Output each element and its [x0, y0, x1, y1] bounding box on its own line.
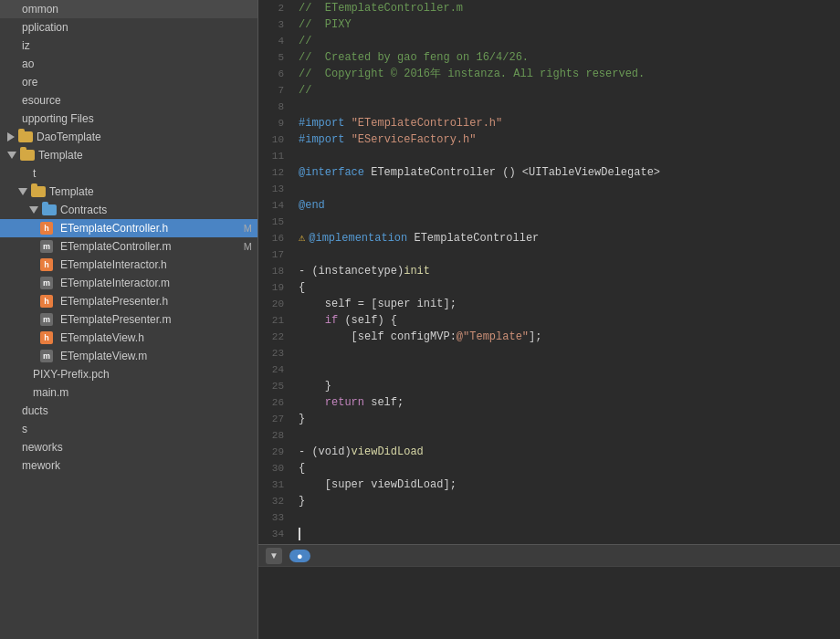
sidebar-item-daotemplate[interactable]: DaoTemplate	[0, 128, 257, 146]
sidebar-item-ducts[interactable]: ducts	[0, 402, 257, 420]
h-file-icon: h	[40, 331, 53, 344]
chevron-down-icon	[18, 188, 27, 195]
bottom-bar: ▼ ●	[258, 544, 840, 566]
sidebar-item-supporting[interactable]: upporting Files	[0, 110, 257, 128]
sidebar-item-iz[interactable]: iz	[0, 37, 257, 55]
m-file-icon: m	[40, 277, 53, 289]
folder-blue-icon	[42, 204, 57, 215]
code-line: 10 #import "EServiceFactory.h"	[258, 131, 840, 148]
m-file-icon: m	[40, 313, 53, 326]
code-line: 4 //	[258, 33, 840, 49]
code-editor[interactable]: 2 // ETemplateController.m 3 // PIXY 4 /…	[258, 0, 840, 544]
sidebar-item-neworks[interactable]: neworks	[0, 438, 257, 456]
code-line: 34	[258, 526, 840, 542]
sidebar-item-ore[interactable]: ore	[0, 73, 257, 91]
code-line: 30 {	[258, 460, 840, 477]
sidebar-item-template2[interactable]: Template	[0, 183, 257, 201]
sidebar: ommon pplication iz ao ore esource uppor…	[0, 0, 258, 639]
code-line: 28	[258, 427, 840, 444]
sidebar-item-etemplateview-m[interactable]: m ETemplateView.m	[0, 347, 257, 365]
sidebar-item-etemplateinteractor-m[interactable]: m ETemplateInteractor.m	[0, 274, 257, 292]
code-line: 7 //	[258, 82, 840, 99]
folder-icon	[31, 186, 46, 197]
code-line: 33	[258, 509, 840, 526]
code-line: 9 #import "ETemplateController.h"	[258, 115, 840, 131]
sidebar-item-template[interactable]: Template	[0, 146, 257, 164]
code-line: 18 - (instancetype)init	[258, 263, 840, 279]
code-line: 27 }	[258, 411, 840, 427]
code-line: 13	[258, 181, 840, 197]
sidebar-item-s[interactable]: s	[0, 420, 257, 438]
sidebar-item-etemplatepresenter-h[interactable]: h ETemplatePresenter.h	[0, 292, 257, 310]
sidebar-item-main-m[interactable]: main.m	[0, 383, 257, 402]
code-line: 6 // Copyright © 2016年 instanza. All rig…	[258, 66, 840, 82]
m-file-icon: m	[40, 350, 53, 362]
folder-icon	[20, 150, 35, 161]
code-line: 14 @end	[258, 197, 840, 214]
chevron-down-icon	[7, 152, 16, 159]
sidebar-item-pixy-prefix[interactable]: PIXY-Prefix.pch	[0, 365, 257, 383]
code-line: 19 {	[258, 279, 840, 296]
warning-icon: ⚠	[299, 232, 305, 245]
cursor	[299, 528, 300, 540]
code-line: 12 @interface ETemplateController () <UI…	[258, 164, 840, 181]
sidebar-item-contracts[interactable]: Contracts	[0, 201, 257, 219]
chevron-right-icon	[7, 132, 15, 141]
sidebar-item-etemplatecontroller-m[interactable]: m ETemplateController.m M	[0, 237, 257, 256]
code-line: 3 // PIXY	[258, 16, 840, 33]
code-line: 29 - (void)viewDidLoad	[258, 444, 840, 460]
sidebar-item-resource[interactable]: esource	[0, 91, 257, 110]
collapse-button[interactable]: ▼	[266, 548, 282, 564]
code-line: 17	[258, 246, 840, 263]
lower-panel	[258, 566, 840, 639]
code-line: 23	[258, 345, 840, 361]
code-line: 15	[258, 214, 840, 230]
code-line: 2 // ETemplateController.m	[258, 0, 840, 16]
code-line: 25 }	[258, 378, 840, 394]
code-line: 11	[258, 148, 840, 164]
code-line: 5 // Created by gao feng on 16/4/26.	[258, 49, 840, 66]
sidebar-item-gao[interactable]: ao	[0, 55, 257, 73]
code-line: 31 [super viewDidLoad];	[258, 477, 840, 493]
h-file-icon: h	[40, 295, 53, 308]
folder-icon	[18, 131, 33, 142]
sidebar-item-etemplatecontroller-h[interactable]: h ETemplateController.h M	[0, 219, 257, 237]
m-file-icon: m	[40, 240, 53, 253]
chevron-down-icon	[29, 206, 38, 214]
sidebar-item-etemplateview-h[interactable]: h ETemplateView.h	[0, 329, 257, 347]
h-file-icon: h	[40, 258, 53, 271]
sidebar-item-t[interactable]: t	[0, 164, 257, 183]
code-line: 16 ⚠@implementation ETemplateController	[258, 230, 840, 246]
sidebar-item-etemplatepresenter-m[interactable]: m ETemplatePresenter.m	[0, 310, 257, 329]
code-line: 8	[258, 99, 840, 115]
sidebar-item-mework[interactable]: mework	[0, 456, 257, 475]
tag-badge: ●	[289, 550, 310, 562]
code-line: 24	[258, 361, 840, 378]
sidebar-item-etemplateinteractor-h[interactable]: h ETemplateInteractor.h	[0, 256, 257, 274]
sidebar-item-common[interactable]: ommon	[0, 0, 257, 18]
code-line: 21 if (self) {	[258, 312, 840, 329]
h-file-icon: h	[40, 222, 53, 235]
code-line: 20 self = [super init];	[258, 296, 840, 312]
sidebar-item-application[interactable]: pplication	[0, 18, 257, 37]
main-content: 2 // ETemplateController.m 3 // PIXY 4 /…	[258, 0, 840, 639]
code-line: 22 [self configMVP:@"Template"];	[258, 329, 840, 345]
code-line: 32 }	[258, 493, 840, 509]
code-line: 26 return self;	[258, 394, 840, 411]
